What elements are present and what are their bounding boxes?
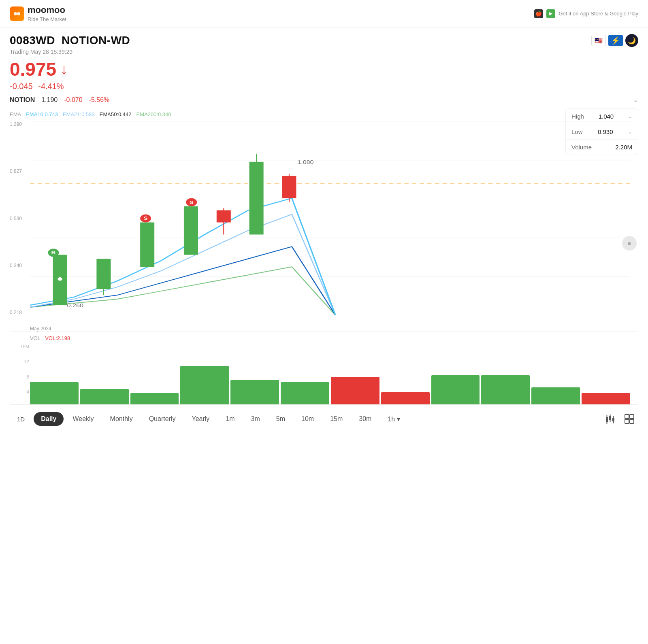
svg-rect-41	[625, 414, 629, 419]
vol-bar-5	[281, 382, 329, 404]
svg-rect-28	[249, 162, 264, 235]
stock-trading-time: Trading May 28 15:39:29	[10, 49, 130, 55]
price-change-row: -0.045 -4.41%	[10, 82, 638, 91]
vol-value: VOL:2.198	[45, 335, 70, 341]
chart-y-labels: 1.290 0.827 0.530 0.340 0.218	[10, 121, 30, 315]
notion-row: NOTION 1.190 -0.070 -5.56% ⌄	[10, 93, 638, 107]
notion-chevron-icon[interactable]: ⌄	[633, 96, 638, 104]
notion-label: NOTION	[10, 96, 35, 104]
svg-text:S: S	[144, 216, 148, 221]
bottom-nav: 1D Daily Weekly Monthly Quarterly Yearly…	[0, 405, 648, 433]
y-label-4: 0.340	[10, 263, 30, 268]
nav-weekly[interactable]: Weekly	[65, 412, 101, 426]
vol-y-16m: 16M	[10, 344, 29, 349]
vol-bar-11	[582, 393, 630, 404]
y-label-3: 0.530	[10, 216, 30, 221]
svg-text:1.080: 1.080	[297, 159, 314, 165]
nav-5m[interactable]: 5m	[269, 412, 292, 426]
vol-y-8: 8	[10, 374, 29, 379]
vol-bar-2	[130, 393, 179, 404]
nav-1m[interactable]: 1m	[218, 412, 242, 426]
notion-price: 1.190	[41, 96, 58, 104]
svg-text:B: B	[51, 250, 56, 255]
candle-chart-icon[interactable]	[601, 410, 619, 428]
moon-button[interactable]: 🌙	[625, 34, 638, 47]
app-store-text: Get it on App Store & Google Play	[558, 11, 638, 17]
google-play-icon[interactable]: ▶	[546, 9, 555, 18]
malaysia-flag[interactable]: 🇲🇾	[591, 35, 606, 46]
candlestick-svg: B 0.260 S S	[30, 121, 630, 315]
chart-area[interactable]: B 0.260 S S	[30, 121, 630, 315]
x-label-may: May 2024	[30, 326, 51, 332]
vol-bar-8	[431, 375, 480, 404]
vol-label: VOL	[30, 335, 40, 341]
logo-text-group: moomoo Ride The Market	[28, 5, 66, 22]
nav-10m[interactable]: 10m	[294, 412, 321, 426]
svg-rect-35	[609, 416, 611, 420]
vol-y-12: 12	[10, 359, 29, 364]
high-chevron[interactable]: ⌄	[628, 113, 632, 120]
svg-point-13	[57, 277, 62, 281]
stock-title-group: 0083WD NOTION-WD Trading May 28 15:39:29	[10, 34, 130, 55]
ema-label: EMA	[10, 111, 21, 117]
vol-bar-3	[180, 366, 229, 404]
grid-layout-icon[interactable]	[620, 410, 638, 428]
header-right: 🍎 ▶ Get it on App Store & Google Play	[534, 9, 638, 18]
nav-yearly[interactable]: Yearly	[184, 412, 217, 426]
stock-ticker: 0083WD	[10, 34, 55, 47]
volume-section: VOL VOL:2.198 16M 12 8 4	[10, 332, 638, 405]
flag-icons: 🇲🇾 ⚡ 🌙	[591, 34, 638, 47]
stock-name: NOTION-WD	[62, 34, 130, 47]
svg-rect-38	[612, 418, 614, 421]
nav-1h[interactable]: 1h ▾	[380, 412, 407, 426]
vol-bar-1	[80, 389, 129, 404]
nav-monthly[interactable]: Monthly	[103, 412, 140, 426]
vol-bar-0	[30, 382, 79, 404]
vol-y-4: 4	[10, 389, 29, 394]
svg-rect-42	[630, 414, 634, 419]
price-row: 0.975 ↓	[10, 58, 638, 80]
vol-bar-7	[381, 392, 430, 404]
high-label: High	[571, 113, 584, 120]
nav-15m[interactable]: 15m	[323, 412, 350, 426]
price-change-pct: -4.41%	[38, 82, 64, 91]
svg-rect-18	[140, 222, 154, 267]
vol-y-labels: 16M 12 8 4	[10, 344, 29, 404]
y-label-2: 0.827	[10, 168, 30, 174]
nav-daily[interactable]: Daily	[34, 412, 64, 426]
price-arrow-icon: ↓	[60, 61, 68, 78]
svg-rect-22	[184, 206, 198, 255]
app-icons: 🍎 ▶	[534, 9, 555, 18]
svg-rect-32	[606, 417, 608, 422]
scroll-indicator[interactable]: ●	[622, 236, 637, 251]
vol-bar-4	[230, 380, 279, 404]
price-change-abs: -0.045	[10, 82, 33, 91]
logo-subtitle: Ride The Market	[28, 16, 66, 22]
y-label-1: 1.290	[10, 121, 30, 127]
stock-section: 0083WD NOTION-WD Trading May 28 15:39:29…	[0, 28, 648, 107]
vol-chart	[30, 344, 630, 404]
nav-30m[interactable]: 30m	[352, 412, 379, 426]
notion-change: -0.070	[64, 96, 82, 104]
apple-icon[interactable]: 🍎	[534, 9, 543, 18]
svg-point-1	[17, 12, 20, 15]
lightning-button[interactable]: ⚡	[608, 35, 623, 46]
candlestick-chart-container[interactable]: 1.290 0.827 0.530 0.340 0.218	[10, 121, 638, 332]
nav-quarterly[interactable]: Quarterly	[142, 412, 183, 426]
ema10-label: EMA10:0.743	[26, 111, 58, 117]
vol-bar-9	[481, 375, 530, 404]
header: moomoo Ride The Market 🍎 ▶ Get it on App…	[0, 0, 648, 28]
high-value: 1.040	[599, 113, 614, 120]
nav-1d[interactable]: 1D	[10, 412, 32, 426]
ema200-label: EMA200:0.340	[136, 111, 171, 117]
svg-text:S: S	[190, 200, 194, 205]
stock-price: 0.975	[10, 58, 56, 80]
svg-point-0	[14, 12, 17, 15]
svg-rect-44	[630, 419, 634, 423]
nav-3m[interactable]: 3m	[244, 412, 267, 426]
vol-bar-10	[531, 387, 580, 404]
svg-rect-16	[96, 259, 111, 289]
svg-text:0.260: 0.260	[67, 303, 84, 308]
logo-text: moomoo	[28, 5, 66, 15]
ema50-label: EMA50:0.442	[100, 111, 132, 117]
